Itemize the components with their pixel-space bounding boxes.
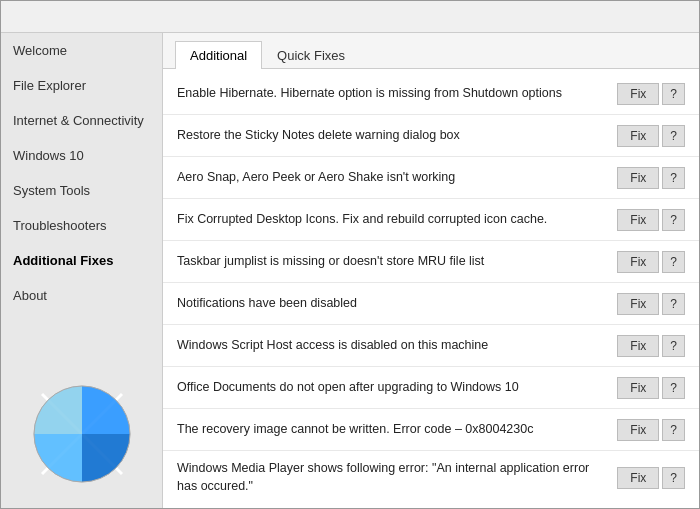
- help-button-fix1[interactable]: ?: [662, 83, 685, 105]
- fix-button-fix3[interactable]: Fix: [617, 167, 659, 189]
- help-button-fix9[interactable]: ?: [662, 419, 685, 441]
- fix-actions-fix3: Fix?: [617, 167, 685, 189]
- fix-item-fix10: Windows Media Player shows following err…: [163, 451, 699, 504]
- fix-text-fix10: Windows Media Player shows following err…: [177, 460, 617, 495]
- fix-text-fix4: Fix Corrupted Desktop Icons. Fix and reb…: [177, 211, 617, 229]
- fix-text-fix1: Enable Hibernate. Hibernate option is mi…: [177, 85, 617, 103]
- fix-item-fix1: Enable Hibernate. Hibernate option is mi…: [163, 73, 699, 115]
- tabs-bar: AdditionalQuick Fixes: [163, 33, 699, 69]
- fix-button-fix4[interactable]: Fix: [617, 209, 659, 231]
- fix-button-fix5[interactable]: Fix: [617, 251, 659, 273]
- fix-button-fix7[interactable]: Fix: [617, 335, 659, 357]
- fix-text-fix2: Restore the Sticky Notes delete warning …: [177, 127, 617, 145]
- fix-actions-fix9: Fix?: [617, 419, 685, 441]
- fix-button-fix1[interactable]: Fix: [617, 83, 659, 105]
- minimize-button[interactable]: [605, 7, 631, 27]
- fix-text-fix9: The recovery image cannot be written. Er…: [177, 421, 617, 439]
- fix-actions-fix10: Fix?: [617, 467, 685, 489]
- fix-actions-fix6: Fix?: [617, 293, 685, 315]
- fix-actions-fix8: Fix?: [617, 377, 685, 399]
- main-window: WelcomeFile ExplorerInternet & Connectiv…: [0, 0, 700, 509]
- fix-item-fix3: Aero Snap, Aero Peek or Aero Shake isn't…: [163, 157, 699, 199]
- tab-quick-fixes[interactable]: Quick Fixes: [262, 41, 360, 69]
- help-button-fix6[interactable]: ?: [662, 293, 685, 315]
- close-button[interactable]: [665, 7, 691, 27]
- sidebar-item-additional-fixes[interactable]: Additional Fixes: [1, 243, 162, 278]
- fix-button-fix2[interactable]: Fix: [617, 125, 659, 147]
- fix-item-fix8: Office Documents do not open after upgra…: [163, 367, 699, 409]
- help-button-fix10[interactable]: ?: [662, 467, 685, 489]
- fix-item-fix7: Windows Script Host access is disabled o…: [163, 325, 699, 367]
- maximize-button[interactable]: [635, 7, 661, 27]
- fix-actions-fix5: Fix?: [617, 251, 685, 273]
- help-button-fix3[interactable]: ?: [662, 167, 685, 189]
- sidebar-item-troubleshooters[interactable]: Troubleshooters: [1, 208, 162, 243]
- fix-text-fix3: Aero Snap, Aero Peek or Aero Shake isn't…: [177, 169, 617, 187]
- fix-item-fix9: The recovery image cannot be written. Er…: [163, 409, 699, 451]
- sidebar-item-windows-10[interactable]: Windows 10: [1, 138, 162, 173]
- fix-text-fix7: Windows Script Host access is disabled o…: [177, 337, 617, 355]
- tab-additional[interactable]: Additional: [175, 41, 262, 69]
- windows-club-logo: [32, 384, 132, 484]
- titlebar: [1, 1, 699, 33]
- fixes-list: Enable Hibernate. Hibernate option is mi…: [163, 69, 699, 508]
- help-button-fix5[interactable]: ?: [662, 251, 685, 273]
- main-panel: AdditionalQuick Fixes Enable Hibernate. …: [163, 33, 699, 508]
- help-button-fix4[interactable]: ?: [662, 209, 685, 231]
- sidebar-item-system-tools[interactable]: System Tools: [1, 173, 162, 208]
- fix-actions-fix4: Fix?: [617, 209, 685, 231]
- fix-button-fix9[interactable]: Fix: [617, 419, 659, 441]
- sidebar: WelcomeFile ExplorerInternet & Connectiv…: [1, 33, 163, 508]
- help-button-fix8[interactable]: ?: [662, 377, 685, 399]
- fix-text-fix6: Notifications have been disabled: [177, 295, 617, 313]
- fix-text-fix5: Taskbar jumplist is missing or doesn't s…: [177, 253, 617, 271]
- sidebar-logo-area: [1, 368, 162, 508]
- sidebar-item-internet-connectivity[interactable]: Internet & Connectivity: [1, 103, 162, 138]
- sidebar-nav: WelcomeFile ExplorerInternet & Connectiv…: [1, 33, 162, 368]
- window-controls: [605, 7, 691, 27]
- fix-item-fix6: Notifications have been disabledFix?: [163, 283, 699, 325]
- fix-item-fix4: Fix Corrupted Desktop Icons. Fix and reb…: [163, 199, 699, 241]
- sidebar-item-welcome[interactable]: Welcome: [1, 33, 162, 68]
- help-button-fix2[interactable]: ?: [662, 125, 685, 147]
- fix-item-fix5: Taskbar jumplist is missing or doesn't s…: [163, 241, 699, 283]
- fix-button-fix10[interactable]: Fix: [617, 467, 659, 489]
- fix-button-fix8[interactable]: Fix: [617, 377, 659, 399]
- content-area: WelcomeFile ExplorerInternet & Connectiv…: [1, 33, 699, 508]
- fix-actions-fix7: Fix?: [617, 335, 685, 357]
- sidebar-item-about[interactable]: About: [1, 278, 162, 313]
- fix-button-fix6[interactable]: Fix: [617, 293, 659, 315]
- fix-actions-fix1: Fix?: [617, 83, 685, 105]
- help-button-fix7[interactable]: ?: [662, 335, 685, 357]
- fix-actions-fix2: Fix?: [617, 125, 685, 147]
- fix-text-fix8: Office Documents do not open after upgra…: [177, 379, 617, 397]
- sidebar-item-file-explorer[interactable]: File Explorer: [1, 68, 162, 103]
- fix-item-fix2: Restore the Sticky Notes delete warning …: [163, 115, 699, 157]
